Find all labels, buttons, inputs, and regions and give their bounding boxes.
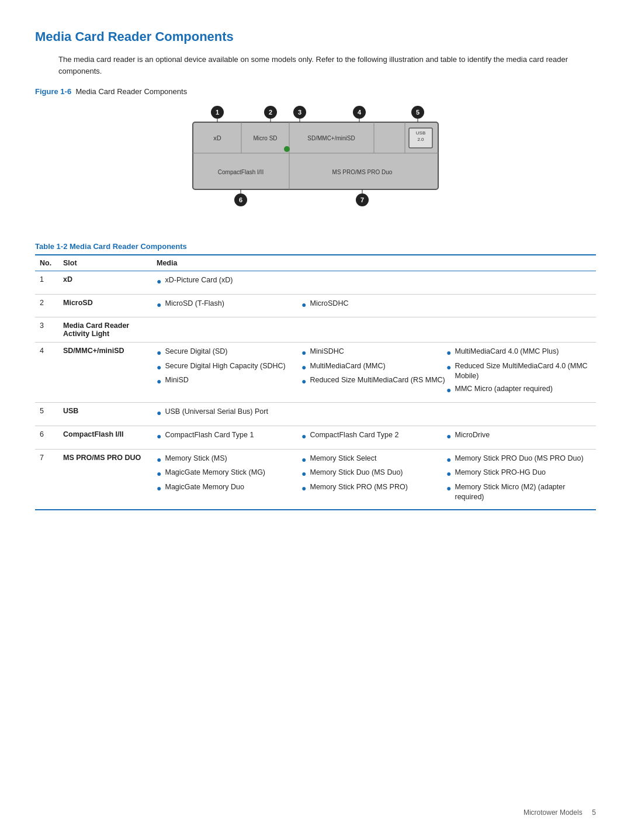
media-item: ●MiniSDHC <box>301 347 446 359</box>
media-item: ●MicroSD (T-Flash) <box>157 299 301 311</box>
cell-no: 5 <box>35 403 58 426</box>
media-item-text: MagicGate Memory Duo <box>165 482 244 493</box>
media-item: ●Memory Stick PRO (MS PRO) <box>301 482 446 495</box>
card-reader-diagram: 1 2 3 4 5 xD Micro SD SD/MMC+/miniSD <box>35 102 596 230</box>
media-item-text: Memory Stick PRO-HG Duo <box>455 468 546 478</box>
cell-slot: MicroSD <box>58 294 152 317</box>
media-column <box>446 275 591 290</box>
cell-no: 6 <box>35 426 58 449</box>
bullet-icon: ● <box>446 454 451 466</box>
figure-caption: Figure 1-6 Media Card Reader Components <box>35 87 596 96</box>
media-item-text: Memory Stick Micro (M2) (adapter require… <box>455 482 591 503</box>
bullet-icon: ● <box>157 483 161 495</box>
table-caption: Table 1-2 Media Card Reader Components <box>35 242 596 251</box>
cell-media <box>152 317 596 343</box>
media-column <box>301 275 446 290</box>
bullet-icon: ● <box>157 468 161 480</box>
media-item-text: Memory Stick PRO Duo (MS PRO Duo) <box>455 454 583 464</box>
media-item: ●MMC Micro (adapter required) <box>446 384 591 396</box>
media-item: ●Secure Digital High Capacity (SDHC) <box>157 361 301 374</box>
media-item: ●MagicGate Memory Duo <box>157 482 301 495</box>
svg-text:Micro SD: Micro SD <box>253 135 277 141</box>
media-item: ●CompactFlash Card Type 1 <box>157 430 301 443</box>
media-item: ●Memory Stick PRO Duo (MS PRO Duo) <box>446 454 591 466</box>
bullet-icon: ● <box>157 431 161 443</box>
header-slot: Slot <box>58 255 152 271</box>
bullet-icon: ● <box>301 483 306 495</box>
bullet-icon: ● <box>446 431 451 443</box>
table-row: 1xD●xD-Picture Card (xD) <box>35 271 596 295</box>
media-item-text: Reduced Size MultiMediaCard (RS MMC) <box>310 375 445 386</box>
table-row: 4SD/MMC+/miniSD●Secure Digital (SD)●Secu… <box>35 343 596 403</box>
table-row: 2MicroSD●MicroSD (T-Flash)●MicroSDHC <box>35 294 596 317</box>
cell-no: 1 <box>35 271 58 295</box>
svg-text:1: 1 <box>216 109 219 116</box>
svg-text:2.0: 2.0 <box>417 137 424 142</box>
bullet-icon: ● <box>157 299 161 311</box>
media-item: ●MicroDrive <box>446 430 591 443</box>
header-media: Media <box>152 255 596 271</box>
media-item-text: MicroSDHC <box>310 299 348 309</box>
media-item-text: xD-Picture Card (xD) <box>165 275 233 286</box>
cell-slot: Media Card ReaderActivity Light <box>58 317 152 343</box>
svg-rect-10 <box>193 122 438 189</box>
cell-slot: xD <box>58 271 152 295</box>
media-item-text: MultiMediaCard 4.0 (MMC Plus) <box>455 347 559 357</box>
media-item: ●Memory Stick (MS) <box>157 454 301 466</box>
cell-media: ●xD-Picture Card (xD) <box>152 271 596 295</box>
svg-text:CompactFlash I/II: CompactFlash I/II <box>218 169 264 175</box>
media-column: ●MicroDrive <box>446 430 591 445</box>
media-item: ●Memory Stick Micro (M2) (adapter requir… <box>446 482 591 503</box>
cell-media: ●Memory Stick (MS)●MagicGate Memory Stic… <box>152 449 596 510</box>
media-item-text: CompactFlash Card Type 1 <box>165 430 254 441</box>
svg-text:5: 5 <box>416 109 419 116</box>
cell-slot: MS PRO/MS PRO DUO <box>58 449 152 510</box>
bullet-icon: ● <box>157 347 161 359</box>
svg-text:USB: USB <box>416 130 425 136</box>
media-item: ●Secure Digital (SD) <box>157 347 301 359</box>
media-column: ●Memory Stick Select●Memory Stick Duo (M… <box>301 454 446 505</box>
bullet-icon: ● <box>301 299 306 311</box>
media-item-text: MiniSD <box>165 375 188 386</box>
svg-text:SD/MMC+/miniSD: SD/MMC+/miniSD <box>307 135 355 141</box>
media-column <box>301 407 446 421</box>
media-column: ●MultiMediaCard 4.0 (MMC Plus)●Reduced S… <box>446 347 591 398</box>
bullet-icon: ● <box>446 468 451 480</box>
bullet-icon: ● <box>446 483 451 495</box>
media-item: ●Reduced Size MultiMediaCard (RS MMC) <box>301 375 446 388</box>
cell-slot: USB <box>58 403 152 426</box>
svg-text:2: 2 <box>269 109 272 116</box>
bullet-icon: ● <box>157 276 161 288</box>
media-item-text: Reduced Size MultiMediaCard 4.0 (MMC Mob… <box>455 361 591 382</box>
media-column: ●MicroSD (T-Flash) <box>157 299 301 313</box>
media-item: ●Memory Stick Duo (MS Duo) <box>301 468 446 480</box>
media-item-text: Memory Stick (MS) <box>165 454 227 464</box>
media-item: ●Reduced Size MultiMediaCard 4.0 (MMC Mo… <box>446 361 591 382</box>
media-item-text: Memory Stick Duo (MS Duo) <box>310 468 403 478</box>
svg-point-19 <box>284 146 290 152</box>
cell-media: ●Secure Digital (SD)●Secure Digital High… <box>152 343 596 403</box>
bullet-icon: ● <box>446 362 451 374</box>
table-row: 6CompactFlash I/II●CompactFlash Card Typ… <box>35 426 596 449</box>
media-item: ●MultiMediaCard 4.0 (MMC Plus) <box>446 347 591 359</box>
media-item-text: MMC Micro (adapter required) <box>455 384 552 395</box>
intro-text: The media card reader is an optional dev… <box>58 54 596 77</box>
table-label: Table 1-2 Media Card Reader Components <box>35 242 187 251</box>
media-item: ●MultiMediaCard (MMC) <box>301 361 446 374</box>
media-item: ●USB (Universal Serial Bus) Port <box>157 407 301 419</box>
media-item: ●xD-Picture Card (xD) <box>157 275 301 288</box>
svg-text:MS PRO/MS PRO Duo: MS PRO/MS PRO Duo <box>332 169 393 175</box>
bullet-icon: ● <box>446 347 451 359</box>
media-item-text: USB (Universal Serial Bus) Port <box>165 407 268 417</box>
cell-no: 3 <box>35 317 58 343</box>
bullet-icon: ● <box>157 376 161 388</box>
cell-slot: CompactFlash I/II <box>58 426 152 449</box>
cell-no: 4 <box>35 343 58 403</box>
header-no: No. <box>35 255 58 271</box>
footer-page: 5 <box>592 808 596 817</box>
media-item-text: Secure Digital High Capacity (SDHC) <box>165 361 285 372</box>
table-header-row: No. Slot Media <box>35 255 596 271</box>
bullet-icon: ● <box>301 376 306 388</box>
bullet-icon: ● <box>301 468 306 480</box>
media-table: No. Slot Media 1xD●xD-Picture Card (xD)2… <box>35 254 596 510</box>
